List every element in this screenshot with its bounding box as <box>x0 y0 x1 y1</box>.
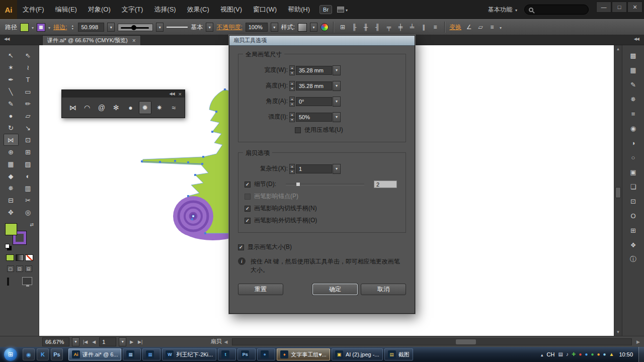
align-top-icon[interactable]: ╤ <box>384 22 393 32</box>
language-indicator[interactable]: CH <box>547 351 555 357</box>
tray-music-icon[interactable]: ● <box>597 352 600 357</box>
dropdown-button[interactable] <box>333 164 341 174</box>
isolate-mode-icon[interactable]: ▱ <box>476 22 485 32</box>
draw-normal-button[interactable]: ▢ <box>7 265 14 272</box>
transform-panel-link[interactable]: 变换 <box>449 23 461 32</box>
align-center-horizontal-icon[interactable]: ╫ <box>361 22 370 32</box>
taskbar-window-app2[interactable]: ▦ <box>142 348 160 360</box>
fill-color-well[interactable] <box>5 223 17 235</box>
width-tool[interactable]: ⋈ <box>4 134 19 146</box>
paintbrush-tool[interactable]: ✎ <box>4 98 19 110</box>
last-artboard-icon[interactable]: ▶| <box>137 339 143 344</box>
liquify-tools-panel[interactable]: ⋈◠@✻●✹✷≈ <box>61 89 185 118</box>
character-panel-icon[interactable]: O <box>626 211 640 221</box>
lasso-tool[interactable]: ≀ <box>21 61 36 73</box>
appearance-panel-icon[interactable]: ○ <box>626 152 640 162</box>
tray-cloud-icon[interactable]: ● <box>603 352 606 357</box>
distribute-horizontal-icon[interactable]: ∥ <box>419 22 428 32</box>
pucker-tool-icon[interactable]: ✻ <box>110 101 122 114</box>
color-group-swatch[interactable] <box>7 278 19 285</box>
width-profile-label[interactable]: 基本 <box>191 23 203 32</box>
value-stepper[interactable] <box>289 164 295 174</box>
artboards-panel-icon[interactable]: ⊡ <box>626 196 640 206</box>
clock[interactable]: 10:50 <box>619 351 633 357</box>
color-button[interactable] <box>6 254 14 261</box>
collapse-panel-icon[interactable] <box>169 92 174 96</box>
dropdown-button[interactable] <box>333 65 341 75</box>
stroke-weight-field[interactable]: 50.998 <box>78 23 104 32</box>
hand-tool[interactable]: ✥ <box>4 206 19 218</box>
width-profile-dropdown[interactable] <box>206 23 213 32</box>
cancel-button[interactable]: 取消 <box>361 284 406 295</box>
first-artboard-icon[interactable]: |◀ <box>82 339 89 344</box>
blob-brush-tool[interactable]: ● <box>4 110 19 122</box>
document-setup-icon[interactable]: ⊞ <box>338 22 347 32</box>
value-field[interactable]: 35.28 mm <box>296 66 332 75</box>
stroke-panel-link[interactable]: 描边: <box>53 23 67 32</box>
brush-affects-anchor-checkbox[interactable]: 画笔影响锚点(P) <box>245 192 399 201</box>
scroll-left-icon[interactable]: ◀ <box>224 339 227 344</box>
warp-tool-icon[interactable]: ◠ <box>81 101 94 114</box>
slice-tool[interactable]: ✂ <box>21 194 36 206</box>
document-tab[interactable]: 课件.ai* @ 66.67% (CMYK/预览) <box>42 35 141 45</box>
close-icon[interactable] <box>132 37 136 44</box>
distribute-vertical-icon[interactable]: ≡ <box>431 22 440 32</box>
shape-builder-tool[interactable]: ⊕ <box>4 146 19 158</box>
quicklaunch-browser[interactable]: ◉ <box>23 348 35 360</box>
menu-object[interactable]: 对象(O) <box>83 0 116 19</box>
perspective-grid-tool[interactable]: ⊞ <box>21 146 36 158</box>
taskbar-window-photoshop[interactable]: Ps <box>237 348 256 360</box>
column-graph-tool[interactable]: ▥ <box>21 182 36 194</box>
menu-edit[interactable]: 编辑(E) <box>50 0 83 19</box>
crystallize-tool-icon[interactable]: ✷ <box>153 101 166 114</box>
scale-tool[interactable]: ↘ <box>21 122 36 134</box>
graphic-style-dropdown[interactable] <box>310 23 317 32</box>
swatches-panel-icon[interactable]: ▦ <box>626 65 640 75</box>
width-tool-icon[interactable]: ⋈ <box>66 101 79 114</box>
opacity-field[interactable]: 100% <box>246 23 268 32</box>
scroll-up-icon[interactable] <box>614 45 622 53</box>
value-field[interactable]: 35.28 mm <box>296 81 332 90</box>
opacity-panel-link[interactable]: 不透明度: <box>216 23 242 32</box>
panel-menu-icon[interactable]: ≡ <box>488 22 497 32</box>
mesh-tool[interactable]: ▦ <box>4 158 19 170</box>
chevron-down-icon[interactable] <box>500 24 502 31</box>
ok-button[interactable]: 确定 <box>312 284 358 295</box>
show-desktop-button[interactable] <box>638 347 644 362</box>
tray-ime-icon[interactable]: ▤ <box>558 352 562 357</box>
twirl-tool-icon[interactable]: @ <box>96 101 108 114</box>
bridge-button[interactable]: Br <box>319 5 332 14</box>
gradient-tool[interactable]: ▨ <box>21 158 36 170</box>
blend-tool[interactable]: ◐ <box>21 170 36 182</box>
artboard-dropdown[interactable] <box>119 337 126 346</box>
dialog-titlebar[interactable]: 扇贝工具选项 <box>229 36 415 46</box>
stroke-weight-stepper[interactable] <box>70 24 75 30</box>
restore-button[interactable] <box>612 2 627 13</box>
graphic-style-swatch[interactable] <box>298 23 307 32</box>
taskbar-window-word[interactable]: W 列王纪下-2Ki... <box>162 348 216 360</box>
vertical-scroll-thumb[interactable] <box>615 187 621 198</box>
fill-color-swatch[interactable] <box>20 23 29 32</box>
brush-affects-in-tangent-checkbox[interactable]: 画笔影响内切线手柄(N) <box>245 204 399 213</box>
eyedropper-tool[interactable]: ◆ <box>4 170 19 182</box>
checkbox-icon[interactable] <box>238 244 244 250</box>
wrinkle-tool-icon[interactable]: ≈ <box>168 101 180 114</box>
rectangle-tool[interactable]: ▭ <box>21 85 36 98</box>
minimize-button[interactable] <box>596 2 611 13</box>
stroke-panel-icon[interactable]: ≡ <box>626 109 640 119</box>
none-button[interactable] <box>25 254 33 261</box>
line-segment-tool[interactable]: ╲ <box>4 85 19 98</box>
arrange-documents-button[interactable] <box>337 6 348 13</box>
taskbar-window-app1[interactable]: ▦ <box>123 348 141 360</box>
close-button[interactable] <box>627 2 642 13</box>
value-stepper[interactable] <box>289 65 295 75</box>
horizontal-scrollbar[interactable] <box>232 338 632 345</box>
brush-definition-dropdown[interactable] <box>156 23 164 32</box>
checkbox-icon[interactable] <box>245 206 251 212</box>
quicklaunch-k[interactable]: K <box>37 348 49 360</box>
collapse-tools-icon[interactable] <box>4 37 9 41</box>
recolor-artwork-icon[interactable] <box>320 23 329 31</box>
free-transform-tool[interactable]: ⊡ <box>21 134 36 146</box>
stepper-down-icon[interactable] <box>70 27 75 30</box>
collapse-dock-icon[interactable] <box>634 37 639 41</box>
